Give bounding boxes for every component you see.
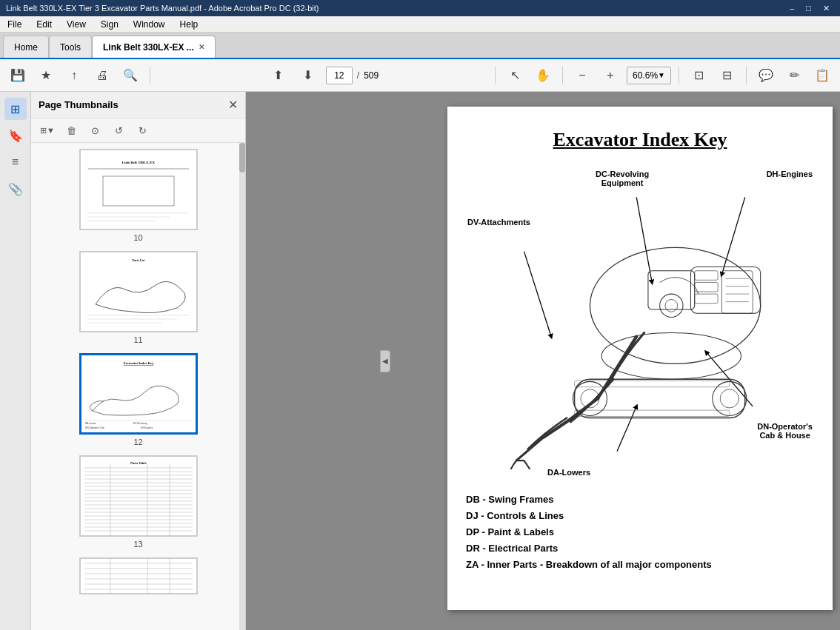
title-bar-text: Link Belt 330LX-EX Tier 3 Excavator Part…	[6, 4, 785, 13]
share-button[interactable]: ↑	[62, 64, 86, 87]
svg-rect-58	[690, 267, 760, 314]
thumbnails-title: Page Thumbnails	[39, 99, 119, 110]
svg-rect-71	[695, 282, 718, 292]
tab-home[interactable]: Home	[3, 36, 49, 58]
thumbnail-svg-12: Excavator Index Key DA-Lowers DC-Revolvi…	[81, 355, 196, 432]
menu-view[interactable]: View	[62, 18, 90, 31]
pen-button[interactable]: ✏	[782, 64, 806, 87]
svg-line-52	[636, 197, 652, 282]
thumbnail-img-12: Excavator Index Key DA-Lowers DC-Revolvi…	[79, 353, 198, 435]
svg-rect-70	[695, 271, 718, 281]
main-area: ⊞ 🔖 ≡ 📎 Page Thumbnails ✕ ⊞▼ 🗑 ⊙ ↺ ↻	[0, 92, 840, 630]
total-pages: 509	[364, 70, 379, 81]
thumbnail-label-13: 13	[133, 540, 142, 549]
svg-text:Excavator Index Key: Excavator Index Key	[123, 361, 153, 365]
stamp-button[interactable]: 📋	[810, 64, 834, 87]
scroll-thumb[interactable]	[239, 143, 245, 172]
thumbnails-close-button[interactable]: ✕	[228, 98, 238, 112]
tab-tools[interactable]: Tools	[49, 36, 92, 58]
thumbnail-page-11[interactable]: Parts List 11	[37, 251, 239, 344]
page-separator: /	[357, 70, 359, 81]
svg-rect-73	[721, 271, 753, 314]
tab-tools-label: Tools	[60, 42, 81, 53]
thumbnails-view-options[interactable]: ⊞▼	[37, 121, 58, 139]
sidebar-layers-icon[interactable]: ≡	[4, 151, 27, 173]
svg-rect-69	[575, 410, 730, 416]
svg-rect-42	[81, 557, 196, 594]
thumbnails-scroll-area[interactable]: Link Belt 330LX-EX 10 Parts List	[31, 143, 245, 630]
svg-rect-68	[575, 381, 730, 386]
bookmark-button[interactable]: ★	[34, 64, 58, 87]
svg-text:DH-Engines: DH-Engines	[141, 426, 153, 429]
parts-item-dr: DR - Electrical Parts	[466, 540, 814, 557]
svg-rect-12	[81, 355, 196, 432]
menu-window[interactable]: Window	[129, 18, 170, 31]
close-button[interactable]: ✕	[819, 4, 834, 13]
tab-document[interactable]: Link Belt 330LX-EX ... ✕	[92, 36, 216, 58]
parts-item-dp: DP - Paint & Labels	[466, 524, 814, 540]
minimize-button[interactable]: –	[785, 4, 799, 13]
thumbnail-img-13: Parts Table	[79, 455, 198, 537]
sidebar-thumbnails-icon[interactable]: ⊞	[4, 98, 27, 120]
pdf-page: Excavator Index Key DC-RevolvingEquipmen…	[447, 107, 833, 610]
toolbar-separator-1	[150, 67, 150, 84]
nav-down-button[interactable]: ⬇	[296, 64, 320, 87]
svg-point-66	[713, 381, 747, 415]
thumbnails-header: Page Thumbnails ✕	[31, 92, 245, 118]
toolbar-separator-2	[495, 67, 496, 84]
svg-text:Link Belt 330LX-EX: Link Belt 330LX-EX	[121, 161, 155, 164]
thumbnails-delete[interactable]: 🗑	[61, 121, 81, 139]
thumbnail-page-13[interactable]: Parts Table	[37, 455, 239, 549]
fit-width-button[interactable]: ⊟	[715, 64, 739, 87]
print-button[interactable]: 🖨	[90, 64, 114, 87]
svg-point-61	[665, 299, 678, 312]
menu-sign[interactable]: Sign	[96, 18, 123, 31]
thumbnail-svg-11: Parts List	[81, 252, 196, 331]
panel-collapse-button[interactable]: ◀	[380, 350, 390, 372]
thumbnails-extract[interactable]: ⊙	[84, 121, 105, 139]
thumbnails-panel: Page Thumbnails ✕ ⊞▼ 🗑 ⊙ ↺ ↻ Link Belt 3…	[31, 92, 246, 630]
tab-close-icon[interactable]: ✕	[199, 43, 204, 51]
tab-home-label: Home	[14, 42, 38, 53]
thumbnail-label-12: 12	[133, 438, 142, 446]
hand-tool[interactable]: ✋	[531, 64, 555, 87]
thumbnails-rotate-ccw[interactable]: ↺	[108, 121, 129, 139]
search-button[interactable]: 🔍	[119, 64, 142, 87]
parts-list: DB - Swing Frames DJ - Controls & Lines …	[466, 492, 814, 573]
zoom-in-button[interactable]: +	[599, 64, 622, 87]
svg-text:Parts Table: Parts Table	[130, 461, 147, 465]
save-button[interactable]: 💾	[6, 64, 30, 87]
thumbnail-svg-13: Parts Table	[81, 457, 196, 535]
cursor-tool[interactable]: ↖	[503, 64, 527, 87]
page-number-input[interactable]	[326, 67, 353, 84]
menu-edit[interactable]: Edit	[32, 18, 56, 31]
zoom-out-button[interactable]: −	[570, 64, 594, 87]
nav-up-button[interactable]: ⬆	[267, 64, 290, 87]
sidebar-bookmarks-icon[interactable]: 🔖	[4, 124, 27, 147]
scroll-track	[239, 143, 245, 630]
svg-line-54	[524, 252, 551, 337]
zoom-level[interactable]: 60.6% ▼	[627, 67, 671, 84]
tab-bar: Home Tools Link Belt 330LX-EX ... ✕	[0, 33, 840, 59]
parts-item-dj: DJ - Controls & Lines	[466, 508, 814, 524]
pdf-page-title: Excavator Index Key	[466, 129, 814, 151]
thumbnail-svg-14	[81, 557, 196, 594]
thumbnail-img-11: Parts List	[79, 251, 198, 332]
comment-button[interactable]: 💬	[754, 64, 778, 87]
menu-bar: File Edit View Sign Window Help	[0, 16, 840, 33]
fit-page-button[interactable]: ⊡	[687, 64, 710, 87]
menu-file[interactable]: File	[3, 18, 26, 31]
thumbnail-page-10[interactable]: Link Belt 330LX-EX 10	[37, 149, 239, 242]
parts-item-db: DB - Swing Frames	[466, 492, 814, 508]
menu-help[interactable]: Help	[176, 18, 203, 31]
svg-point-67	[720, 389, 739, 408]
thumbnail-page-12[interactable]: Excavator Index Key DA-Lowers DC-Revolvi…	[37, 353, 239, 446]
toolbar-center: ⬆ ⬇ / 509	[158, 64, 487, 87]
thumbnail-img-14	[79, 557, 198, 594]
toolbar-separator-5	[746, 67, 747, 84]
thumbnails-rotate-cw[interactable]: ↻	[132, 121, 153, 139]
thumbnail-page-14[interactable]	[37, 557, 239, 594]
svg-point-64	[573, 381, 607, 415]
maximize-button[interactable]: □	[801, 4, 816, 13]
sidebar-attachments-icon[interactable]: 📎	[4, 178, 27, 200]
